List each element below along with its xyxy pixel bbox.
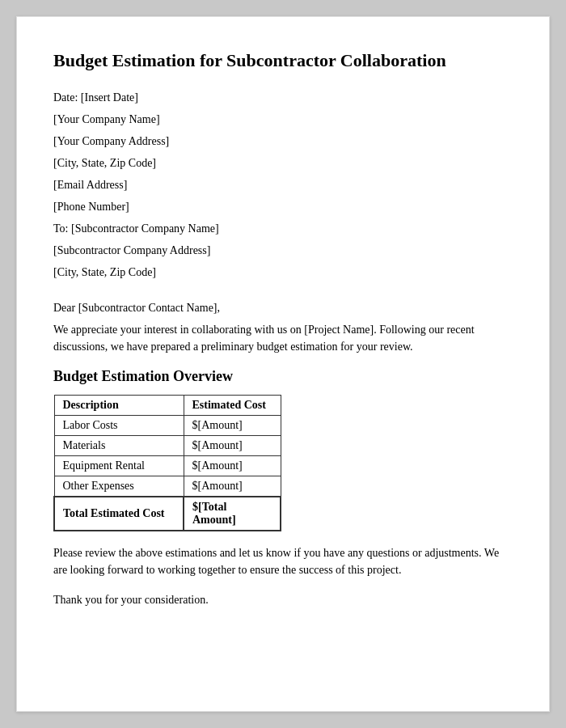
address-block: Date: [Insert Date] [Your Company Name] … bbox=[53, 89, 513, 281]
row-cost: $[Amount] bbox=[184, 455, 281, 476]
total-description: Total Estimated Cost bbox=[54, 497, 184, 531]
section-heading: Budget Estimation Overview bbox=[53, 368, 513, 385]
table-row: Other Expenses$[Amount] bbox=[54, 476, 281, 497]
recipient-label: To: [Subcontractor Company Name] bbox=[53, 220, 513, 237]
recipient-city-state-zip: [City, State, Zip Code] bbox=[53, 264, 513, 281]
sender-phone: [Phone Number] bbox=[53, 198, 513, 215]
row-cost: $[Amount] bbox=[184, 415, 281, 435]
sender-city-state-zip: [City, State, Zip Code] bbox=[53, 154, 513, 171]
closing-paragraph: Please review the above estimations and … bbox=[53, 544, 513, 578]
table-row: Labor Costs$[Amount] bbox=[54, 415, 281, 435]
salutation: Dear [Subcontractor Contact Name], bbox=[53, 302, 513, 315]
row-description: Labor Costs bbox=[54, 415, 184, 435]
row-description: Equipment Rental bbox=[54, 455, 184, 476]
sender-company-address: [Your Company Address] bbox=[53, 133, 513, 150]
table-row: Materials$[Amount] bbox=[54, 435, 281, 455]
document-title: Budget Estimation for Subcontractor Coll… bbox=[53, 49, 513, 73]
date-line: Date: [Insert Date] bbox=[53, 89, 513, 106]
table-header-cost: Estimated Cost bbox=[184, 395, 281, 415]
row-cost: $[Amount] bbox=[184, 476, 281, 497]
thank-you: Thank you for your consideration. bbox=[53, 591, 513, 608]
table-row: Equipment Rental$[Amount] bbox=[54, 455, 281, 476]
sender-email: [Email Address] bbox=[53, 176, 513, 193]
sender-company-name: [Your Company Name] bbox=[53, 111, 513, 128]
row-cost: $[Amount] bbox=[184, 435, 281, 455]
recipient-address: [Subcontractor Company Address] bbox=[53, 242, 513, 259]
intro-paragraph: We appreciate your interest in collabora… bbox=[53, 321, 513, 355]
document-page: Budget Estimation for Subcontractor Coll… bbox=[16, 16, 550, 712]
total-cost: $[Total Amount] bbox=[184, 497, 281, 531]
row-description: Materials bbox=[54, 435, 184, 455]
row-description: Other Expenses bbox=[54, 476, 184, 497]
table-header-description: Description bbox=[54, 395, 184, 415]
budget-table: Description Estimated Cost Labor Costs$[… bbox=[53, 395, 281, 531]
